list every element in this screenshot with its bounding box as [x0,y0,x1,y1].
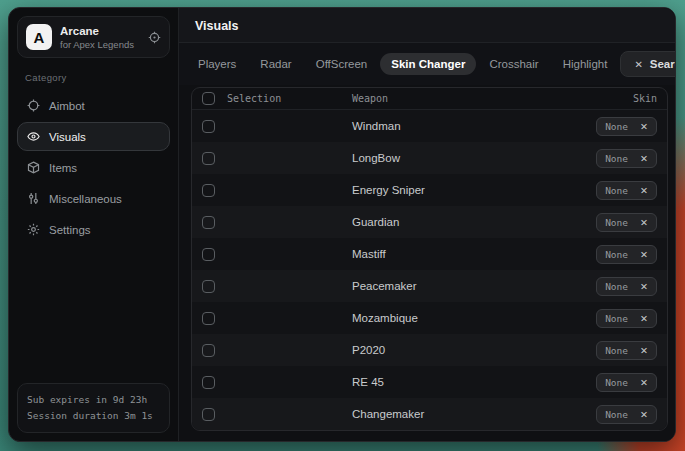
remove-skin-icon[interactable]: ✕ [640,281,648,292]
weapon-name: P2020 [352,344,596,356]
skin-value: None [605,121,628,132]
table-row: Peacemaker None ✕ [192,270,667,302]
skin-selector[interactable]: None ✕ [596,245,657,264]
remove-skin-icon[interactable]: ✕ [640,313,648,324]
sidebar-nav: Aimbot Visuals Items [17,91,170,244]
column-header-skin: Skin [633,93,657,104]
row-checkbox[interactable] [202,312,215,325]
sidebar: A Arcane for Apex Legends Category [9,8,179,441]
app-window: A Arcane for Apex Legends Category [8,7,676,442]
eye-icon [27,130,40,143]
tab-offscreen[interactable]: OffScreen [305,53,379,75]
main-panel: Visuals Players Radar OffScreen Skin Cha… [179,8,675,441]
skin-selector[interactable]: None ✕ [596,213,657,232]
column-header-selection: Selection [227,93,281,104]
weapon-name: LongBow [352,152,596,164]
app-logo: A [26,24,52,50]
remove-skin-icon[interactable]: ✕ [640,153,648,164]
skin-selector[interactable]: None ✕ [596,277,657,296]
table-row: Energy Sniper None ✕ [192,174,667,206]
column-header-weapon: Weapon [352,93,633,104]
select-all-checkbox[interactable] [202,92,215,105]
table-row: Windman None ✕ [192,110,667,142]
crosshair-icon [27,99,40,112]
skin-selector[interactable]: None ✕ [596,341,657,360]
sidebar-item-settings[interactable]: Settings [17,215,170,244]
table-row: Guardian None ✕ [192,206,667,238]
skin-table: Selection Weapon Skin Windman None ✕ Lon… [191,87,668,431]
row-checkbox[interactable] [202,408,215,421]
skin-value: None [605,345,628,356]
table-header: Selection Weapon Skin [192,88,667,110]
table-row: RE 45 None ✕ [192,366,667,398]
sidebar-item-label: Miscellaneous [49,193,122,205]
skin-selector[interactable]: None ✕ [596,405,657,424]
weapon-name: RE 45 [352,376,596,388]
session-duration: Session duration 3m 1s [27,408,160,424]
remove-skin-icon[interactable]: ✕ [640,121,648,132]
sidebar-item-miscellaneous[interactable]: Miscellaneous [17,184,170,213]
category-label: Category [25,72,162,83]
row-checkbox[interactable] [202,344,215,357]
tab-highlight[interactable]: Highlight [552,53,619,75]
remove-skin-icon[interactable]: ✕ [640,377,648,388]
weapon-name: Mozambique [352,312,596,324]
row-checkbox[interactable] [202,152,215,165]
row-checkbox[interactable] [202,376,215,389]
tab-bar: Players Radar OffScreen Skin Changer Cro… [179,43,675,85]
weapon-name: Energy Sniper [352,184,596,196]
row-checkbox[interactable] [202,216,215,229]
skin-value: None [605,153,628,164]
remove-skin-icon[interactable]: ✕ [640,409,648,420]
app-name: Arcane [60,25,140,37]
skin-value: None [605,409,628,420]
tab-skin-changer[interactable]: Skin Changer [380,53,476,75]
table-row: Mastiff None ✕ [192,238,667,270]
skin-value: None [605,249,628,260]
tab-crosshair[interactable]: Crosshair [478,53,549,75]
app-subtitle: for Apex Legends [60,39,140,50]
skin-selector[interactable]: None ✕ [596,149,657,168]
row-checkbox[interactable] [202,280,215,293]
table-row: Changemaker None ✕ [192,398,667,430]
subscription-info: Sub expires in 9d 23h Session duration 3… [17,383,170,433]
page-title: Visuals [195,19,659,33]
skin-value: None [605,377,628,388]
sidebar-item-label: Visuals [49,131,86,143]
sliders-icon [27,192,40,205]
box-icon [27,161,40,174]
skin-selector[interactable]: None ✕ [596,181,657,200]
row-checkbox[interactable] [202,184,215,197]
sidebar-item-items[interactable]: Items [17,153,170,182]
sidebar-item-label: Items [49,162,77,174]
gear-icon [27,223,40,236]
skin-value: None [605,281,628,292]
main-header: Visuals [179,8,675,43]
brand-text: Arcane for Apex Legends [60,25,140,50]
remove-skin-icon[interactable]: ✕ [640,249,648,260]
table-row: Mozambique None ✕ [192,302,667,334]
remove-skin-icon[interactable]: ✕ [640,185,648,196]
skin-value: None [605,185,628,196]
remove-skin-icon[interactable]: ✕ [640,217,648,228]
tab-radar[interactable]: Radar [249,53,302,75]
skin-value: None [605,217,628,228]
weapon-name: Mastiff [352,248,596,260]
search-x-icon: ✕ [634,59,642,70]
brand-card: A Arcane for Apex Legends [17,16,170,58]
skin-selector[interactable]: None ✕ [596,309,657,328]
row-checkbox[interactable] [202,120,215,133]
skin-selector[interactable]: None ✕ [596,373,657,392]
sub-expiry: Sub expires in 9d 23h [27,392,160,408]
tab-players[interactable]: Players [187,53,247,75]
weapon-name: Guardian [352,216,596,228]
sidebar-item-visuals[interactable]: Visuals [17,122,170,151]
remove-skin-icon[interactable]: ✕ [640,345,648,356]
sidebar-item-label: Settings [49,224,91,236]
sidebar-item-aimbot[interactable]: Aimbot [17,91,170,120]
row-checkbox[interactable] [202,248,215,261]
search-button[interactable]: ✕ Search [620,51,676,77]
skin-selector[interactable]: None ✕ [596,117,657,136]
target-icon[interactable] [148,31,161,44]
table-body: Windman None ✕ LongBow None ✕ Energy Sni… [192,110,667,430]
